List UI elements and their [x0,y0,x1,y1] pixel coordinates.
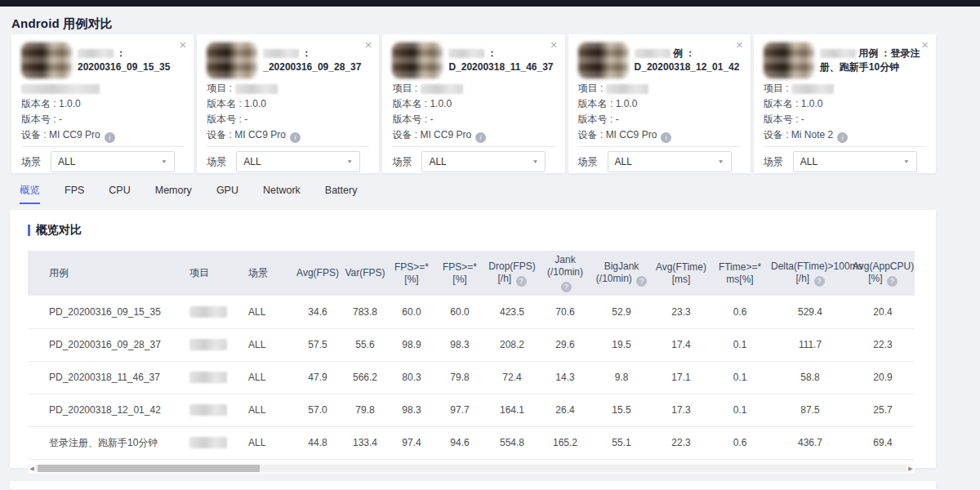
device-row: 设备 : MI CC9 Proi [207,127,369,143]
device-value: MI CC9 Pro [420,129,471,140]
column-header: Delta(FTime)>100ms[/h] ? [769,251,851,296]
help-icon[interactable]: ? [636,276,647,287]
chevron-down-icon: ▼ [346,158,353,164]
metric-cell: 79.8 [341,394,389,426]
help-icon[interactable]: ? [516,276,527,287]
help-icon[interactable]: ? [887,276,898,287]
case-name-cell: PD_20200316_09_28_37 [28,328,183,361]
metric-cell: 0.1 [710,361,769,394]
scene-select-value: ALL [58,156,161,167]
scene-select[interactable]: ALL ▼ [236,151,360,172]
case-card: × ： D_20200318_11_46_37 项目 : 版本名 : 1.0.0… [382,34,564,173]
scene-label: 场景 [764,155,783,169]
metric-cell: 80.3 [389,361,434,394]
project-label: 项目 : [392,82,417,94]
table-row: PD_20200316_09_28_37ALL57.555.698.998.32… [28,328,915,361]
table-row: 登录注册、跑新手10分钟ALL44.8133.497.494.6554.8165… [28,426,915,459]
info-icon[interactable]: i [475,132,486,143]
project-label: 项目 : [578,82,604,94]
overview-panel: 概览对比 用例项目场景Avg(FPS)Var(FPS)FPS>=*[%] FPS… [10,210,936,468]
scroll-right-icon[interactable]: ▶ [906,466,915,472]
tab-FPS[interactable]: FPS [65,185,84,201]
case-title-prefix: ： [488,47,497,59]
scene-select[interactable]: ALL ▼ [608,151,732,172]
case-title: 用例 ：登录注册、跑新手10分钟 [820,42,926,74]
metric-cell: 20.9 [851,361,915,394]
close-icon[interactable]: × [921,39,929,51]
tab-Battery[interactable]: Battery [325,185,358,201]
scene-row: 场景 ALL ▼ [207,151,369,172]
project-cell [183,328,242,361]
close-icon[interactable]: × [736,39,743,51]
close-icon[interactable]: × [550,39,558,51]
metric-cell: 0.1 [710,394,769,426]
version-name-row: 版本名 : 1.0.0 [207,96,369,112]
help-icon[interactable]: ? [814,276,825,287]
scrollbar-thumb[interactable] [38,465,260,472]
metric-cell: 47.9 [294,361,341,394]
metric-cell: 58.8 [769,361,851,394]
card-head: ： D_20200318_11_46_37 [392,42,555,78]
table-row: PD_20200318_12_01_42ALL57.079.898.397.71… [28,394,915,426]
divider [21,146,184,147]
version-code-row: 版本号 : - [392,112,555,127]
case-title-id: _20200316_09_28_37 [263,60,369,74]
project-cell [183,426,242,459]
redacted-project [189,306,227,318]
horizontal-scrollbar[interactable]: ◀ ▶ [28,464,915,474]
version-name-row: 版本名 : 1.0.0 [578,96,741,112]
scene-select[interactable]: ALL ▼ [421,151,546,172]
tab-Network[interactable]: Network [263,185,301,201]
metric-cell: 25.7 [851,394,915,426]
metric-cell: 57.5 [294,328,341,361]
scrollbar-track[interactable] [36,465,906,472]
info-icon[interactable]: i [105,132,115,143]
card-head: ： _20200316_09_28_37 [207,42,369,78]
project-row [21,81,184,96]
redacted-text [78,49,114,58]
metric-cell: 436.7 [769,426,851,459]
metric-cell: 29.6 [539,328,591,361]
scene-select[interactable]: ALL ▼ [51,151,175,172]
divider [207,146,369,147]
project-row: 项目 : [764,81,926,96]
version-code-label: 版本号 : [207,114,242,125]
metric-cell: 14.3 [539,361,591,394]
version-name-label: 版本名 : [207,98,242,109]
redacted-project [421,84,463,94]
version-code-value: - [801,114,804,125]
scene-row: 场景 ALL ▼ [21,151,184,172]
tab-Memory[interactable]: Memory [155,185,192,201]
metric-cell: 60.0 [434,296,485,328]
scene-select[interactable]: ALL ▼ [793,151,917,172]
case-card: × ： _20200316_09_28_37 项目 : 版本名 : 1.0.0 … [197,34,379,173]
version-code-label: 版本号 : [578,114,613,125]
version-code-label: 版本号 : [21,114,56,125]
close-icon[interactable]: × [179,39,186,51]
help-icon[interactable]: ? [561,282,572,292]
metric-cell: 208.2 [485,328,539,361]
app-icon-blurred [21,42,72,78]
redacted-project [21,84,100,94]
device-row: 设备 : MI CC9 Proi [578,127,741,143]
metric-cell: 60.0 [389,296,434,328]
close-icon[interactable]: × [365,39,372,51]
tab-GPU[interactable]: GPU [216,185,238,201]
tab-CPU[interactable]: CPU [109,185,130,201]
metric-cell: 529.4 [769,296,851,328]
tab-概览[interactable]: 概览 [20,184,40,204]
metric-cell: 20.4 [851,296,915,328]
info-icon[interactable]: i [290,132,301,143]
version-name-value: 1.0.0 [801,98,823,109]
scene-label: 场景 [392,155,412,169]
info-icon[interactable]: i [837,132,848,143]
metric-cell: 26.4 [539,394,591,426]
device-value: MI CC9 Pro [234,129,286,140]
info-icon[interactable]: i [661,132,671,143]
column-header: FPS>=*[%] [389,251,434,296]
section-accent-bar [28,225,30,236]
scroll-left-icon[interactable]: ◀ [28,466,36,472]
scene-select-value: ALL [800,156,903,167]
metric-cell: 44.8 [294,426,341,459]
table-row: PD_20200318_11_46_37ALL47.9566.280.379.8… [28,361,915,394]
